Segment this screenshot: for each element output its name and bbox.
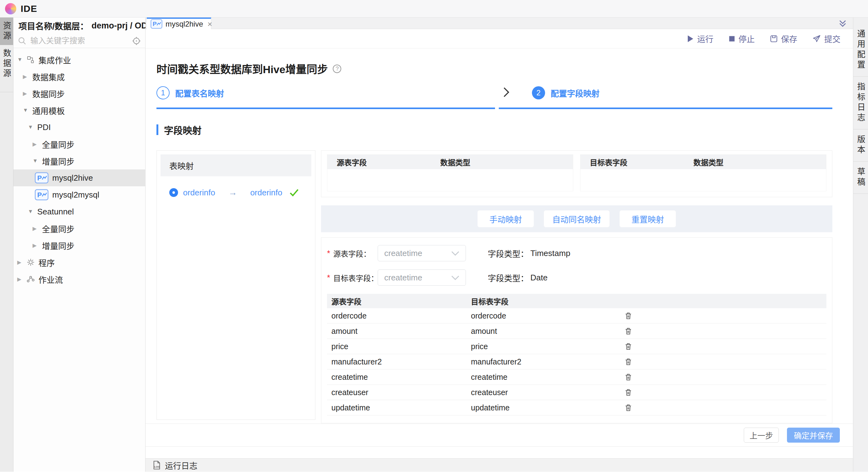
activity-item-datasources[interactable]: 数据源 — [0, 45, 13, 82]
right-tab-metrics-log[interactable]: 指标日志 — [853, 76, 868, 129]
caret-right-icon[interactable] — [33, 242, 42, 249]
trash-icon[interactable] — [624, 388, 634, 396]
mapping-table-col2: 目标表字段 — [471, 296, 624, 307]
target-field-value: createtime — [384, 273, 422, 282]
tab-mysql2hive[interactable]: P mysql2hive — [147, 18, 211, 29]
field-tables-panel: 源表字段 数据类型 目标表字段 数据类型 — [321, 150, 832, 197]
table-row: createtime createtime — [327, 369, 826, 385]
tree-item-workflows[interactable]: 作业流 — [13, 271, 145, 288]
stop-button[interactable]: 停止 — [728, 33, 755, 44]
table-row: manufacturer2 manufacturer2 — [327, 354, 826, 369]
mapping-table-col1: 源表字段 — [327, 296, 471, 307]
required-asterisk: * — [327, 273, 333, 282]
tree-item-full-sync-seatunnel[interactable]: 全量同步 — [13, 220, 145, 237]
collapse-double-chevron-icon[interactable] — [839, 20, 847, 29]
submit-button[interactable]: 提交 — [812, 33, 840, 44]
tree-item-seatunnel[interactable]: Seatunnel — [13, 203, 145, 220]
tree-item-programs[interactable]: 程序 — [13, 254, 145, 271]
source-type-value: Timestamp — [530, 248, 570, 258]
field-mapping-form: * 源表字段： createtime 字段类型： Timestamp — [321, 237, 832, 423]
trash-icon[interactable] — [624, 342, 634, 350]
mapping-source-table[interactable]: orderinfo — [183, 188, 215, 198]
caret-down-icon[interactable] — [33, 158, 42, 164]
caret-right-icon[interactable] — [23, 73, 32, 80]
auto-same-name-mapping-button[interactable]: 自动同名映射 — [544, 210, 610, 227]
trash-icon[interactable] — [624, 327, 634, 335]
caret-down-icon[interactable] — [28, 124, 37, 130]
app-header: IDE — [0, 0, 868, 18]
section-title: 字段映射 — [164, 123, 202, 137]
tree-item-label: 增量同步 — [42, 155, 74, 167]
caret-right-icon[interactable] — [17, 259, 27, 266]
search-input[interactable] — [30, 36, 132, 46]
run-log-bar[interactable]: LOG 运行日志 — [146, 458, 853, 472]
source-fields-col2: 数据类型 — [440, 157, 470, 168]
radio-selected-icon[interactable] — [169, 188, 178, 197]
svg-text:P: P — [37, 174, 42, 182]
manual-mapping-button[interactable]: 手动映射 — [477, 210, 534, 227]
save-button[interactable]: 保存 — [770, 33, 797, 44]
mapping-actions-bar: 手动映射 自动同名映射 重置映射 — [321, 205, 832, 232]
activity-item-datasources-label: 数据源 — [1, 45, 12, 82]
tree-item-integration-jobs[interactable]: 集成作业 — [13, 51, 145, 68]
save-icon — [770, 35, 778, 43]
locate-icon[interactable] — [132, 37, 141, 45]
previous-step-button[interactable]: 上一步 — [744, 428, 779, 443]
right-tab-common-config[interactable]: 通用配置 — [853, 24, 868, 76]
tree-item-label: 作业流 — [38, 273, 63, 285]
caret-right-icon[interactable] — [23, 90, 32, 97]
tree-item-data-integration[interactable]: 数据集成 — [13, 68, 145, 85]
mapping-target-table[interactable]: orderinfo — [250, 188, 283, 198]
step-1-table-mapping[interactable]: 1 配置表名映射 — [156, 86, 495, 109]
right-tab-drafts[interactable]: 草稿 — [853, 162, 868, 194]
trash-icon[interactable] — [624, 373, 634, 381]
tree-item-incremental-sync-seatunnel[interactable]: 增量同步 — [13, 237, 145, 254]
trash-icon[interactable] — [624, 358, 634, 366]
run-log-label: 运行日志 — [165, 460, 197, 471]
activity-item-resources[interactable]: 资源 — [0, 18, 13, 45]
tree-item-mysql2hive[interactable]: P mysql2hive — [13, 169, 145, 186]
target-field-cell: createuser — [471, 388, 624, 397]
trash-icon[interactable] — [624, 312, 634, 320]
source-field-cell: updatetime — [327, 403, 471, 412]
target-field-cell: manufacturer2 — [471, 357, 624, 366]
caret-down-icon[interactable] — [17, 57, 27, 63]
tree-item-label: 数据同步 — [32, 88, 65, 99]
target-field-select[interactable]: createtime — [378, 269, 466, 286]
trash-icon[interactable] — [624, 404, 634, 412]
right-panel-bar: 通用配置 指标日志 版本 草稿 — [853, 18, 868, 472]
tree-item-label: 全量同步 — [42, 138, 74, 150]
tree-item-full-sync-pdi[interactable]: 全量同步 — [13, 136, 145, 153]
source-field-cell: amount — [327, 327, 471, 336]
reset-mapping-button[interactable]: 重置映射 — [620, 210, 676, 227]
svg-text:?: ? — [335, 66, 339, 72]
caret-right-icon[interactable] — [33, 225, 42, 232]
caret-right-icon[interactable] — [33, 141, 42, 147]
tree-item-label: Seatunnel — [37, 207, 74, 216]
submit-label: 提交 — [824, 33, 840, 44]
resource-tree: 集成作业 数据集成 数据同步 通用模板 PDI 全量同步 — [13, 48, 145, 472]
close-icon[interactable] — [208, 20, 212, 28]
source-field-select[interactable]: createtime — [378, 245, 466, 261]
step-2-field-mapping[interactable]: 2 配置字段映射 — [499, 86, 832, 109]
caret-right-icon[interactable] — [17, 276, 27, 282]
tree-item-data-sync[interactable]: 数据同步 — [13, 85, 145, 102]
run-button[interactable]: 运行 — [686, 33, 713, 44]
table-row: ordercode ordercode — [327, 308, 826, 324]
gear-icon — [27, 258, 35, 266]
log-icon: LOG — [152, 461, 161, 470]
app-logo-icon — [5, 3, 16, 14]
tree-item-incremental-sync-pdi[interactable]: 增量同步 — [13, 153, 145, 169]
right-tab-label: 通用配置 — [855, 29, 866, 71]
right-tab-label: 版本 — [855, 135, 866, 156]
confirm-save-button[interactable]: 确定并保存 — [787, 428, 840, 443]
tree-item-pdi[interactable]: PDI — [13, 119, 145, 136]
table-mapping-row[interactable]: orderinfo → orderinfo — [160, 188, 311, 198]
caret-down-icon[interactable] — [28, 208, 37, 215]
help-icon[interactable]: ? — [332, 64, 342, 73]
tree-item-mysql2mysql[interactable]: P mysql2mysql — [13, 186, 145, 203]
tree-item-label: 程序 — [38, 257, 55, 268]
tree-item-common-templates[interactable]: 通用模板 — [13, 102, 145, 119]
right-tab-versions[interactable]: 版本 — [853, 129, 868, 162]
caret-down-icon[interactable] — [23, 107, 32, 113]
